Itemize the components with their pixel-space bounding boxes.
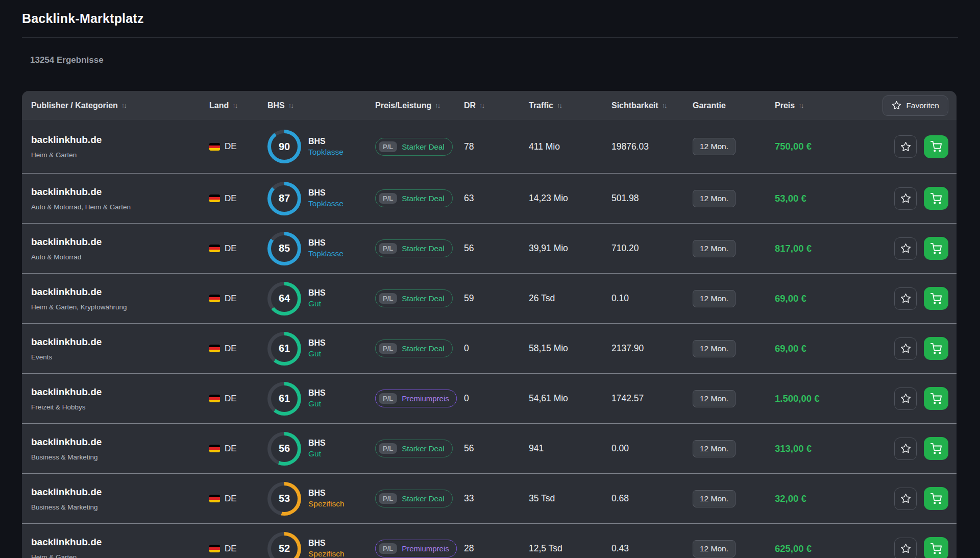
table-row[interactable]: backlinkhub.de Heim & Garten DE 90 BHS T… [22, 120, 957, 173]
visibility-value: 19876.03 [611, 141, 693, 152]
traffic-value: 26 Tsd [529, 293, 611, 304]
guarantee-cell: 12 Mon. [693, 490, 775, 507]
sort-icon[interactable]: ↑↓ [232, 102, 237, 109]
results-count: 13254 Ergebnisse [30, 55, 980, 65]
column-header-dr[interactable]: DR ↑↓ [464, 101, 529, 110]
column-header-preis-leistung[interactable]: Preis/Leistung ↑↓ [375, 101, 464, 110]
bhs-score-gauge: 85 [267, 232, 301, 265]
column-header-land[interactable]: Land ↑↓ [209, 101, 267, 110]
publisher-name[interactable]: backlinkhub.de [31, 286, 209, 298]
table-row[interactable]: backlinkhub.de Heim & Garten DE 52 BHS S… [22, 523, 957, 558]
publisher-name[interactable]: backlinkhub.de [31, 236, 209, 248]
sort-icon[interactable]: ↑↓ [662, 102, 667, 109]
guarantee-cell: 12 Mon. [693, 290, 775, 307]
visibility-value: 0.68 [611, 493, 693, 504]
bhs-score-value: 53 [271, 486, 298, 512]
germany-flag-icon [209, 143, 220, 151]
add-to-cart-button[interactable] [924, 387, 948, 410]
sort-icon[interactable]: ↑↓ [557, 102, 561, 109]
price-performance-cell: P/L Starker Deal [375, 339, 464, 357]
bhs-score-value: 85 [271, 235, 298, 262]
publisher-categories: Heim & Garten [31, 151, 209, 159]
publisher-name[interactable]: backlinkhub.de [31, 436, 209, 448]
pl-badge-label: Premiumpreis [402, 544, 449, 553]
publisher-cell: backlinkhub.de Heim & Garten [31, 134, 209, 159]
add-to-cart-button[interactable] [924, 287, 948, 310]
column-header-garantie[interactable]: Garantie [693, 101, 775, 110]
publisher-name[interactable]: backlinkhub.de [31, 537, 209, 548]
country-code: DE [225, 394, 237, 404]
dr-value: 78 [464, 141, 529, 152]
sort-icon[interactable]: ↑↓ [435, 102, 439, 109]
sort-icon[interactable]: ↑↓ [798, 102, 803, 109]
favorite-toggle-button[interactable] [894, 287, 917, 310]
star-icon [900, 293, 911, 304]
publisher-name[interactable]: backlinkhub.de [31, 386, 209, 398]
shopping-cart-icon [930, 443, 942, 454]
bhs-cell: 52 BHS Spezifisch [267, 532, 375, 558]
column-header-preis[interactable]: Preis ↑↓ [775, 101, 878, 110]
bhs-cell: 53 BHS Spezifisch [267, 482, 375, 516]
visibility-value: 0.00 [611, 443, 693, 454]
shopping-cart-icon [930, 293, 942, 304]
price-value: 69,00 € [775, 343, 878, 354]
favorites-filter-button[interactable]: Favoriten [883, 95, 948, 116]
favorite-toggle-button[interactable] [894, 438, 917, 460]
bhs-tier-label: Topklasse [308, 148, 344, 157]
table-row[interactable]: backlinkhub.de Freizeit & Hobbys DE 61 B… [22, 373, 957, 423]
table-row[interactable]: backlinkhub.de Auto & Motorrad, Heim & G… [22, 173, 957, 223]
country-code: DE [225, 193, 237, 204]
bhs-cell: 64 BHS Gut [267, 282, 375, 316]
publisher-name[interactable]: backlinkhub.de [31, 186, 209, 198]
favorite-toggle-button[interactable] [894, 488, 917, 510]
add-to-cart-button[interactable] [924, 487, 948, 510]
price-performance-badge: P/L Premiumpreis [375, 390, 457, 407]
sort-icon[interactable]: ↑↓ [121, 102, 126, 109]
table-row[interactable]: backlinkhub.de Events DE 61 BHS Gut P/L … [22, 323, 957, 373]
country-cell: DE [209, 294, 267, 304]
column-header-sichtbarkeit[interactable]: Sichtbarkeit ↑↓ [611, 101, 693, 110]
publisher-categories: Heim & Garten, Kryptowährung [31, 303, 209, 311]
pl-chip: P/L [379, 493, 397, 504]
add-to-cart-button[interactable] [924, 187, 948, 210]
bhs-score-gauge: 61 [267, 382, 301, 416]
traffic-value: 12,5 Tsd [529, 543, 611, 554]
add-to-cart-button[interactable] [924, 135, 948, 158]
star-icon [900, 393, 911, 404]
bhs-caption: BHS [308, 288, 326, 298]
country-cell: DE [209, 141, 267, 152]
favorite-toggle-button[interactable] [894, 187, 917, 210]
guarantee-badge: 12 Mon. [693, 440, 736, 457]
price-performance-badge: P/L Starker Deal [375, 138, 453, 156]
favorite-toggle-button[interactable] [894, 237, 917, 260]
publisher-name[interactable]: backlinkhub.de [31, 487, 209, 498]
add-to-cart-button[interactable] [924, 537, 948, 558]
guarantee-cell: 12 Mon. [693, 340, 775, 357]
favorite-toggle-button[interactable] [894, 135, 917, 158]
sort-icon[interactable]: ↑↓ [479, 102, 484, 109]
add-to-cart-button[interactable] [924, 337, 948, 360]
publisher-cell: backlinkhub.de Auto & Motorrad [31, 236, 209, 261]
country-cell: DE [209, 244, 267, 254]
publisher-name[interactable]: backlinkhub.de [31, 134, 209, 145]
column-header-bhs[interactable]: BHS ↑↓ [267, 101, 375, 110]
price-performance-badge: P/L Premiumpreis [375, 540, 457, 557]
add-to-cart-button[interactable] [924, 237, 948, 260]
column-header-publisher-kategorien[interactable]: Publisher / Kategorien ↑↓ [31, 101, 209, 110]
sort-icon[interactable]: ↑↓ [288, 102, 293, 109]
page-title: Backlink-Marktplatz [0, 0, 980, 26]
favorite-toggle-button[interactable] [894, 337, 917, 360]
publisher-name[interactable]: backlinkhub.de [31, 336, 209, 348]
dr-value: 0 [464, 343, 529, 354]
favorite-toggle-button[interactable] [894, 387, 917, 410]
favorite-toggle-button[interactable] [894, 538, 917, 558]
table-row[interactable]: backlinkhub.de Business & Marketing DE 5… [22, 423, 957, 473]
table-row[interactable]: backlinkhub.de Business & Marketing DE 5… [22, 473, 957, 523]
traffic-value: 39,91 Mio [529, 243, 611, 254]
add-to-cart-button[interactable] [924, 437, 948, 460]
column-header-traffic[interactable]: Traffic ↑↓ [529, 101, 611, 110]
table-row[interactable]: backlinkhub.de Heim & Garten, Kryptowähr… [22, 273, 957, 323]
bhs-caption: BHS [308, 188, 344, 198]
table-row[interactable]: backlinkhub.de Auto & Motorrad DE 85 BHS… [22, 223, 957, 273]
price-value: 1.500,00 € [775, 393, 878, 404]
